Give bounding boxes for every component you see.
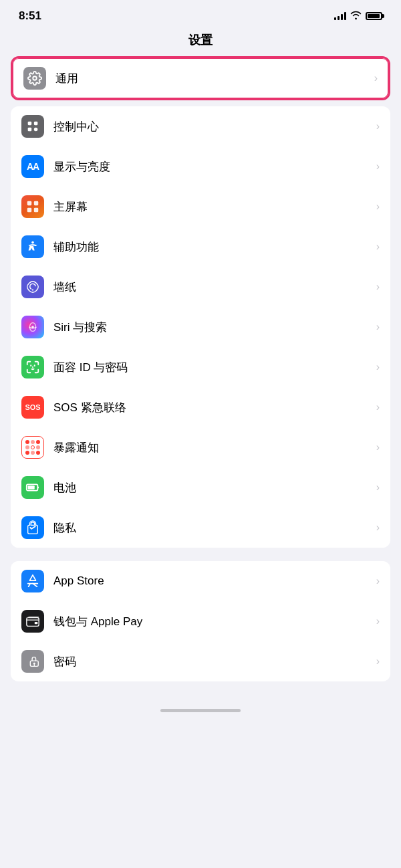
app-store-icon (21, 570, 44, 592)
siri-label: Siri 与搜索 (53, 320, 371, 335)
wifi-icon (350, 11, 362, 21)
settings-item-wallpaper[interactable]: 墙纸 › (11, 267, 390, 307)
svg-rect-7 (27, 208, 31, 212)
settings-item-control-center[interactable]: 控制中心 › (11, 106, 390, 146)
status-bar: 8:51 (0, 0, 401, 27)
wallet-chevron: › (376, 615, 380, 627)
settings-item-siri[interactable]: Siri 与搜索 › (11, 307, 390, 347)
sos-label: SOS 紧急联络 (53, 400, 371, 415)
exposure-dots (25, 440, 40, 455)
privacy-chevron: › (376, 522, 380, 534)
exposure-chevron: › (376, 441, 380, 453)
svg-point-9 (31, 241, 34, 244)
svg-rect-19 (35, 622, 38, 624)
siri-icon (21, 316, 44, 338)
signal-icon (334, 12, 346, 20)
passwords-icon (21, 650, 44, 673)
section-general: 通用 › (11, 56, 390, 100)
settings-item-wallet[interactable]: 钱包与 Apple Pay › (11, 601, 390, 641)
settings-item-home-screen[interactable]: 主屏幕 › (11, 187, 390, 227)
settings-item-battery[interactable]: 电池 › (11, 467, 390, 508)
status-icons (334, 11, 382, 21)
svg-point-0 (33, 76, 37, 80)
svg-point-10 (32, 289, 33, 290)
general-label: 通用 (55, 71, 369, 86)
face-id-label: 面容 ID 与密码 (53, 360, 371, 375)
wallpaper-label: 墙纸 (53, 280, 371, 295)
wallpaper-chevron: › (376, 281, 380, 293)
accessibility-icon (21, 235, 44, 258)
wallet-icon (21, 610, 44, 633)
app-store-label: App Store (53, 574, 371, 588)
settings-item-sos[interactable]: SOS SOS 紧急联络 › (11, 387, 390, 427)
battery-label: 电池 (53, 480, 371, 496)
battery-settings-icon (21, 476, 44, 499)
home-screen-label: 主屏幕 (53, 199, 371, 215)
svg-rect-2 (34, 122, 38, 126)
svg-rect-17 (28, 485, 35, 490)
display-chevron: › (376, 160, 380, 173)
face-id-chevron: › (376, 361, 380, 373)
settings-item-privacy[interactable]: 隐私 › (11, 508, 390, 548)
section-main: 控制中心 › AA 显示与亮度 › 主屏幕 › (11, 106, 390, 548)
page-title: 设置 (0, 27, 401, 56)
svg-rect-18 (27, 618, 39, 627)
privacy-label: 隐私 (53, 520, 371, 536)
section-store: App Store › 钱包与 Apple Pay › 密码 › (11, 561, 390, 681)
passwords-chevron: › (376, 655, 380, 667)
settings-item-general[interactable]: 通用 › (13, 58, 388, 98)
wallet-label: 钱包与 Apple Pay (53, 614, 371, 629)
siri-chevron: › (376, 321, 380, 333)
home-bar (160, 709, 241, 712)
settings-item-accessibility[interactable]: 辅助功能 › (11, 227, 390, 267)
svg-rect-1 (28, 122, 32, 126)
settings-item-face-id[interactable]: 面容 ID 与密码 › (11, 347, 390, 387)
svg-rect-6 (34, 201, 38, 205)
display-label: 显示与亮度 (53, 159, 371, 175)
general-chevron: › (374, 72, 378, 84)
sos-icon: SOS (21, 396, 44, 419)
sos-chevron: › (376, 401, 380, 413)
battery-icon (366, 12, 382, 20)
settings-item-passwords[interactable]: 密码 › (11, 641, 390, 681)
settings-item-display[interactable]: AA 显示与亮度 › (11, 146, 390, 187)
accessibility-label: 辅助功能 (53, 239, 371, 255)
control-center-label: 控制中心 (53, 119, 371, 134)
svg-rect-3 (28, 128, 32, 132)
settings-item-app-store[interactable]: App Store › (11, 561, 390, 601)
home-screen-icon (21, 195, 44, 218)
exposure-icon (21, 436, 44, 459)
general-icon (23, 67, 46, 90)
passwords-label: 密码 (53, 654, 371, 669)
svg-rect-8 (34, 208, 38, 212)
face-id-icon (21, 356, 44, 378)
svg-rect-5 (27, 201, 31, 205)
svg-point-12 (31, 326, 34, 328)
privacy-icon (21, 516, 44, 539)
display-icon: AA (21, 155, 44, 178)
battery-chevron: › (376, 481, 380, 494)
app-store-chevron: › (376, 575, 380, 587)
home-screen-chevron: › (376, 201, 380, 213)
exposure-label: 暴露通知 (53, 440, 371, 455)
settings-item-exposure[interactable]: 暴露通知 › (11, 427, 390, 467)
home-indicator (0, 695, 401, 718)
svg-point-4 (34, 128, 38, 132)
accessibility-chevron: › (376, 241, 380, 253)
control-center-icon (21, 115, 44, 138)
status-time: 8:51 (19, 9, 41, 23)
wallpaper-icon (21, 276, 44, 298)
control-center-chevron: › (376, 120, 380, 132)
